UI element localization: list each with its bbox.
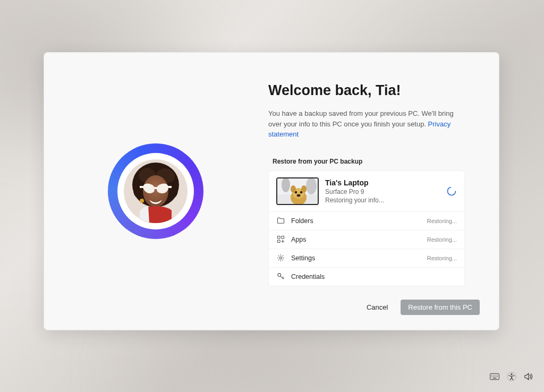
- backup-item-apps: Apps Restoring...: [269, 230, 464, 249]
- item-label: Apps: [291, 236, 421, 243]
- backup-item-settings: Settings Restoring...: [269, 249, 464, 267]
- svg-point-40: [497, 376, 498, 377]
- cancel-button[interactable]: Cancel: [361, 300, 393, 315]
- device-meta: Tia's Laptop Surface Pro 9 Restoring you…: [325, 178, 440, 204]
- svg-point-37: [493, 376, 494, 377]
- backup-item-credentials: Credentials: [269, 267, 464, 286]
- apps-icon: [276, 235, 285, 244]
- restore-button[interactable]: Restore from this PC: [401, 300, 480, 315]
- backup-card: Tia's Laptop Surface Pro 9 Restoring you…: [268, 171, 465, 286]
- folder-icon: [276, 217, 285, 225]
- device-thumbnail: [276, 177, 319, 205]
- svg-point-39: [496, 376, 496, 377]
- svg-point-21: [301, 185, 307, 193]
- spinner-icon: [446, 186, 457, 197]
- avatar-person-icon: [124, 159, 188, 223]
- key-icon: [276, 272, 285, 281]
- section-label: Restore from your PC backup: [273, 158, 480, 165]
- device-status: Restoring your info...: [325, 197, 440, 204]
- item-label: Folders: [291, 217, 421, 225]
- svg-rect-23: [277, 236, 280, 238]
- item-label: Credentials: [291, 273, 450, 280]
- svg-point-22: [448, 187, 456, 195]
- dialog-actions: Cancel Restore from this PC: [268, 300, 480, 315]
- keyboard-icon[interactable]: [490, 372, 499, 381]
- subtitle-text: You have a backup saved from your previo…: [268, 109, 454, 128]
- restore-dialog: Welcome back, Tia! You have a backup sav…: [44, 52, 499, 330]
- svg-point-19: [297, 194, 301, 197]
- item-status: Restoring...: [427, 218, 457, 224]
- svg-point-34: [496, 375, 496, 376]
- device-row: Tia's Laptop Surface Pro 9 Restoring you…: [269, 171, 464, 211]
- svg-rect-7: [154, 187, 158, 189]
- page-subtitle: You have a backup saved from your previo…: [268, 108, 460, 140]
- device-model: Surface Pro 9: [325, 188, 440, 195]
- svg-rect-24: [281, 236, 284, 238]
- svg-point-10: [140, 199, 144, 203]
- settings-icon: [276, 254, 285, 262]
- volume-icon[interactable]: [524, 372, 533, 381]
- svg-point-31: [491, 375, 492, 376]
- svg-point-38: [494, 376, 495, 377]
- svg-rect-8: [140, 186, 144, 188]
- backup-item-folders: Folders Restoring...: [269, 211, 464, 230]
- item-status: Restoring...: [427, 255, 457, 261]
- svg-point-43: [511, 373, 513, 375]
- left-pane: [44, 53, 267, 330]
- page-title: Welcome back, Tia!: [268, 82, 480, 99]
- svg-point-20: [291, 185, 296, 193]
- svg-point-28: [279, 257, 282, 259]
- avatar-image: [124, 159, 188, 223]
- svg-rect-9: [167, 186, 172, 188]
- svg-point-32: [493, 375, 494, 376]
- right-pane: Welcome back, Tia! You have a backup sav…: [267, 53, 499, 330]
- svg-rect-25: [277, 240, 280, 243]
- svg-point-35: [497, 375, 498, 376]
- svg-rect-41: [492, 378, 496, 378]
- accessibility-icon[interactable]: [507, 372, 516, 381]
- svg-point-36: [491, 376, 492, 377]
- system-tray: [490, 372, 533, 381]
- item-status: Restoring...: [427, 236, 457, 243]
- item-label: Settings: [291, 254, 421, 262]
- avatar: [108, 143, 203, 239]
- device-thumbnail-image: [277, 178, 319, 205]
- device-name: Tia's Laptop: [325, 178, 440, 187]
- svg-point-33: [494, 375, 495, 376]
